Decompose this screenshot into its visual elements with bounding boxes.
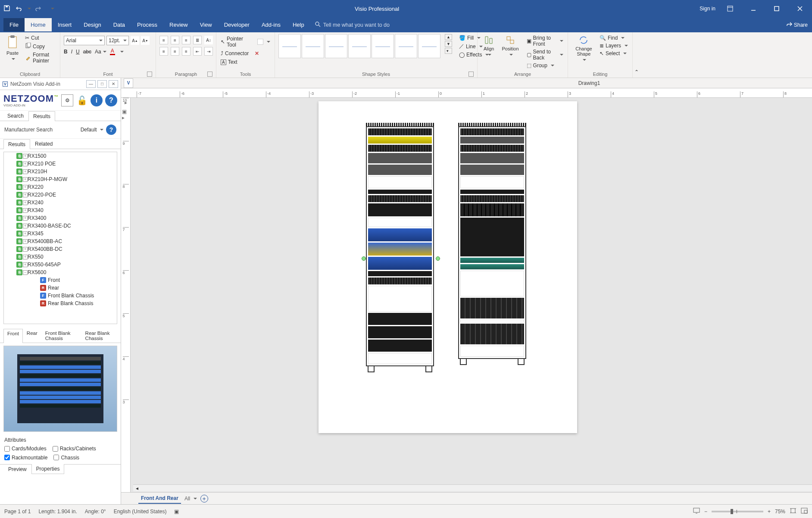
subtab-related[interactable]: Related xyxy=(30,139,57,149)
group-button[interactable]: ⬚Group xyxy=(526,62,564,69)
ribbon-display-icon[interactable] xyxy=(721,0,739,17)
attr-checkbox[interactable]: Rackmountable xyxy=(4,455,47,461)
checkbox[interactable] xyxy=(53,446,58,452)
expand-toggle[interactable]: + xyxy=(23,154,28,159)
expand-handle-1[interactable]: ▸ xyxy=(122,100,130,106)
expand-toggle[interactable]: + xyxy=(23,162,28,166)
italic-button[interactable]: I xyxy=(71,49,72,55)
share-button[interactable]: Share xyxy=(786,21,812,28)
strike-button[interactable]: abc xyxy=(83,49,91,55)
font-size-select[interactable]: 12pt. xyxy=(106,36,129,45)
tell-me[interactable]: Tell me what you want to do xyxy=(315,21,390,28)
viewtab-rear[interactable]: Rear xyxy=(23,328,41,343)
nz-tab-results[interactable]: Results xyxy=(28,111,55,121)
nz-tab-search[interactable]: Search xyxy=(3,111,28,121)
tree-item[interactable]: −⎘SRX5600 xyxy=(4,268,117,276)
undo-icon[interactable] xyxy=(15,5,22,13)
expand-toggle[interactable]: + xyxy=(23,262,28,267)
mfg-default-select[interactable]: Default xyxy=(81,127,103,133)
tab-review[interactable]: Review xyxy=(163,18,194,31)
gallery-down[interactable]: ▼ xyxy=(445,41,452,47)
tab-addins[interactable]: Add-ins xyxy=(256,18,287,31)
align-right[interactable]: ≡ xyxy=(182,47,191,56)
cut-button[interactable]: ✂Cut xyxy=(24,34,56,42)
align-middle[interactable]: ≡ xyxy=(171,36,179,44)
expand-toggle[interactable]: + xyxy=(23,231,28,236)
expand-toggle[interactable]: + xyxy=(23,193,28,197)
connector-tool[interactable]: ⤴Connector ✕ xyxy=(220,50,260,57)
tab-data[interactable]: Data xyxy=(107,18,131,31)
tree-item[interactable]: +⎘SRX210H xyxy=(4,168,117,175)
select-button[interactable]: ↖Select xyxy=(599,50,629,57)
save-icon[interactable] xyxy=(3,5,10,13)
qat-customize[interactable] xyxy=(49,6,54,12)
info-button[interactable]: i xyxy=(91,94,103,106)
shape-preview[interactable] xyxy=(3,346,117,432)
tab-design[interactable]: Design xyxy=(78,18,107,31)
panel-close[interactable]: ✕ xyxy=(109,80,118,88)
zoom-slider[interactable] xyxy=(712,511,763,512)
font-color-more[interactable] xyxy=(119,49,124,55)
expand-handle-2[interactable]: ▣ ▸ xyxy=(122,112,130,118)
bottom-tab-properties[interactable]: Properties xyxy=(31,464,65,474)
file-tab[interactable]: File xyxy=(3,18,25,31)
align-top[interactable]: ≡ xyxy=(159,36,168,44)
expand-toggle[interactable]: + xyxy=(23,247,28,252)
font-color-button[interactable]: A xyxy=(110,48,115,55)
tree-item[interactable]: +⎘SRX3400 xyxy=(4,214,117,222)
pan-zoom-icon[interactable] xyxy=(801,508,808,515)
find-button[interactable]: 🔍Find xyxy=(599,34,629,42)
tab-view[interactable]: View xyxy=(194,18,218,31)
tree-child[interactable]: FFront Blank Chassis xyxy=(4,292,117,300)
font-dialog-launcher[interactable] xyxy=(147,72,152,77)
format-painter-button[interactable]: Format Painter xyxy=(24,51,56,65)
align-left[interactable]: ≡ xyxy=(159,47,168,56)
help-button[interactable]: ? xyxy=(105,94,117,106)
position-button[interactable]: Position xyxy=(499,34,521,58)
mfg-help[interactable]: ? xyxy=(106,125,116,135)
send-back[interactable]: ▢Send to Back xyxy=(526,48,564,62)
para-dialog-launcher[interactable] xyxy=(207,72,212,77)
styles-dialog-launcher[interactable] xyxy=(468,72,474,77)
tab-insert[interactable]: Insert xyxy=(52,18,78,31)
tree-item[interactable]: +⎘SRX5400BB-AC xyxy=(4,237,117,245)
panel-minimize[interactable]: — xyxy=(86,80,96,88)
zoom-in[interactable]: + xyxy=(768,509,771,515)
tree-child[interactable]: RRear xyxy=(4,284,117,292)
attr-checkbox[interactable]: Racks/Cabinets xyxy=(53,446,96,452)
delete-conn[interactable]: ✕ xyxy=(255,50,259,56)
viewtab-front-blank[interactable]: Front Blank Chassis xyxy=(41,328,81,343)
expand-toggle[interactable]: + xyxy=(23,224,28,228)
tab-help[interactable]: Help xyxy=(287,18,310,31)
bottom-tab-preview[interactable]: Preview xyxy=(3,465,31,474)
tab-developer[interactable]: Developer xyxy=(218,18,256,31)
tree-item[interactable]: +⎘SRX5400BB-DC xyxy=(4,245,117,253)
horizontal-scrollbar[interactable]: ◂ ▸ xyxy=(133,484,812,491)
expand-toggle[interactable]: + xyxy=(23,255,28,259)
page-tab-active[interactable]: Front And Rear xyxy=(138,493,181,504)
viewtab-rear-blank[interactable]: Rear Blank Chassis xyxy=(81,328,121,343)
gallery-more[interactable]: ▾ xyxy=(445,48,452,54)
expand-toggle[interactable]: + xyxy=(23,177,28,182)
attr-checkbox[interactable]: Chassis xyxy=(53,455,79,461)
rect-tool[interactable] xyxy=(257,39,263,45)
change-case-button[interactable]: Aa xyxy=(95,49,106,55)
selection-handle-l[interactable] xyxy=(362,256,366,261)
decrease-indent[interactable]: ⇤ xyxy=(193,47,202,56)
rack-rear[interactable] xyxy=(458,123,526,365)
fit-page-icon[interactable] xyxy=(790,508,796,515)
tree-item[interactable]: +⎘SRX340 xyxy=(4,206,117,214)
subtab-results[interactable]: Results xyxy=(3,139,30,149)
expand-toggle[interactable]: − xyxy=(23,270,28,275)
tree-child[interactable]: RRear Blank Chassis xyxy=(4,300,117,307)
checkbox[interactable] xyxy=(4,446,10,452)
shrink-font-button[interactable]: A▼ xyxy=(141,36,150,45)
status-lang[interactable]: English (United States) xyxy=(114,509,167,515)
tree-item[interactable]: +⎘SRX1500 xyxy=(4,152,117,160)
tree-item[interactable]: +⎘SRX345 xyxy=(4,230,117,237)
panel-restore[interactable]: □ xyxy=(97,80,107,88)
tree-item[interactable]: +⎘SRX240 xyxy=(4,199,117,206)
sign-in-link[interactable]: Sign in xyxy=(700,6,715,12)
text-direction[interactable]: A↕ xyxy=(204,36,213,44)
checkbox[interactable] xyxy=(53,455,59,460)
